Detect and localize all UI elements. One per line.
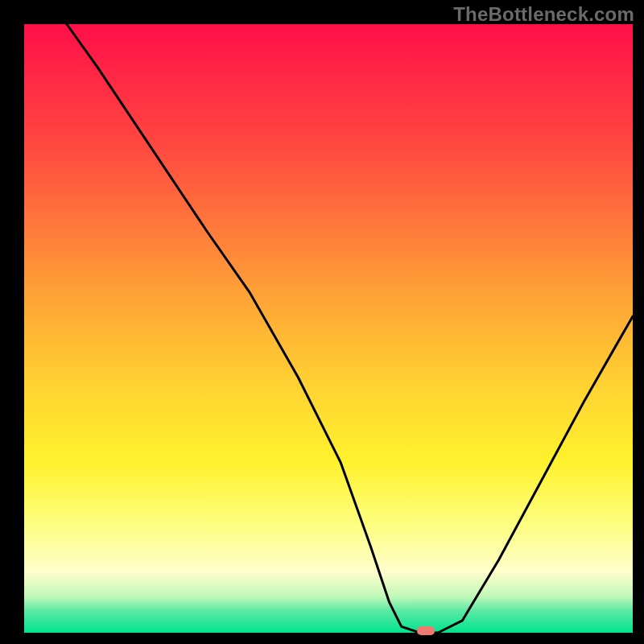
bottleneck-chart [0,0,644,644]
watermark-text: TheBottleneck.com [453,3,634,26]
chart-container: TheBottleneck.com [0,0,644,644]
plot-background [24,24,633,633]
optimal-marker [417,626,435,635]
